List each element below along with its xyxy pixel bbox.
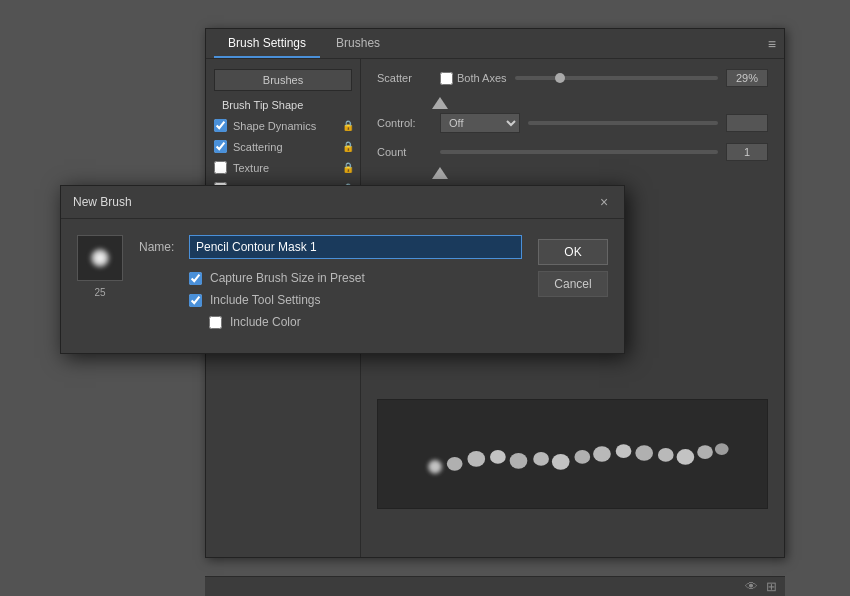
brush-name-input[interactable] xyxy=(189,235,522,259)
dialog-close-button[interactable]: × xyxy=(596,194,612,210)
dialog-title: New Brush xyxy=(73,195,132,209)
include-tool-checkbox[interactable] xyxy=(189,294,202,307)
capture-brush-label[interactable]: Capture Brush Size in Preset xyxy=(210,271,365,285)
dialog-body: 25 Name: Capture Brush Size in Preset In… xyxy=(61,219,624,353)
include-tool-row: Include Tool Settings xyxy=(139,293,522,307)
include-tool-label[interactable]: Include Tool Settings xyxy=(210,293,321,307)
dialog-overlay: New Brush × 25 Name: Capture Brush Size xyxy=(0,0,850,596)
ok-button[interactable]: OK xyxy=(538,239,608,265)
include-color-checkbox[interactable] xyxy=(209,316,222,329)
capture-brush-row: Capture Brush Size in Preset xyxy=(139,271,522,285)
dialog-form: Name: Capture Brush Size in Preset Inclu… xyxy=(139,235,522,337)
dialog-titlebar: New Brush × xyxy=(61,186,624,219)
brush-preview-dot xyxy=(89,247,111,269)
capture-brush-checkbox[interactable] xyxy=(189,272,202,285)
include-color-label[interactable]: Include Color xyxy=(230,315,301,329)
include-color-row: Include Color xyxy=(139,315,522,329)
name-form-row: Name: xyxy=(139,235,522,259)
new-brush-dialog: New Brush × 25 Name: Capture Brush Size xyxy=(60,185,625,354)
dialog-brush-preview: 25 xyxy=(77,235,123,337)
cancel-button[interactable]: Cancel xyxy=(538,271,608,297)
name-label: Name: xyxy=(139,240,179,254)
preview-size-label: 25 xyxy=(94,287,105,298)
dialog-buttons: OK Cancel xyxy=(538,235,608,337)
brush-preview-circle xyxy=(77,235,123,281)
